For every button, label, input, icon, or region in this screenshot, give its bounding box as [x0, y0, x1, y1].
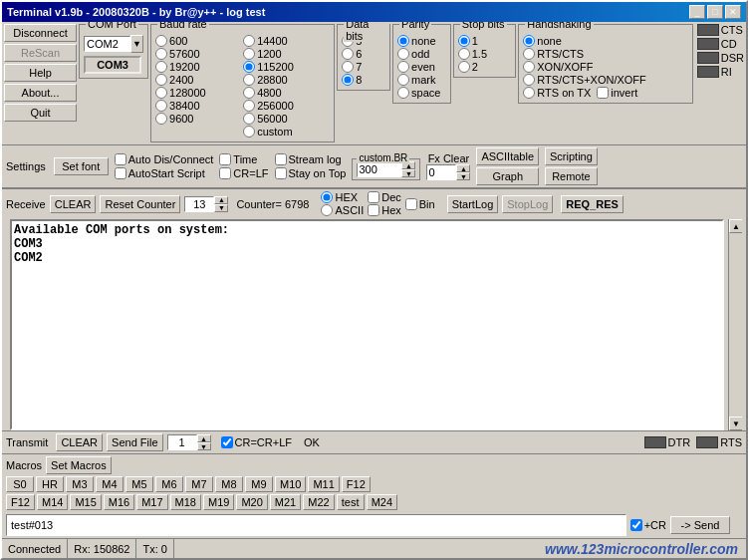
parity-even-radio[interactable] [397, 61, 409, 73]
transmit-clear-button[interactable]: CLEAR [56, 433, 103, 451]
macro-m4[interactable]: M4 [96, 476, 124, 492]
baud-600-radio[interactable] [155, 35, 167, 47]
databits-6-radio[interactable] [342, 48, 354, 60]
com-port-dropdown-btn[interactable]: ▼ [130, 35, 143, 53]
macro-m14[interactable]: M14 [37, 494, 68, 510]
scripting-button[interactable]: Scripting [545, 147, 598, 165]
hs-none-radio[interactable] [523, 35, 535, 47]
baud-14400-radio[interactable] [243, 35, 255, 47]
parity-space-radio[interactable] [397, 87, 409, 99]
cr-lf-tx-checkbox[interactable] [221, 436, 233, 448]
baud-19200-radio[interactable] [155, 61, 167, 73]
stopbits-1-radio[interactable] [458, 35, 470, 47]
baud-4800-radio[interactable] [243, 87, 255, 99]
counter-down[interactable]: ▼ [214, 204, 228, 212]
hs-rtson-radio[interactable] [523, 87, 535, 99]
macro-m16[interactable]: M16 [104, 494, 134, 510]
fx-clear-up[interactable]: ▲ [456, 164, 470, 172]
macro-m7[interactable]: M7 [185, 476, 213, 492]
reset-counter-button[interactable]: Reset Counter [100, 195, 180, 213]
macro-m20[interactable]: M20 [236, 494, 267, 510]
invert-checkbox[interactable] [597, 87, 609, 99]
databits-7-radio[interactable] [342, 61, 354, 73]
stopbits-2-radio[interactable] [458, 61, 470, 73]
macro-hr[interactable]: HR [36, 476, 64, 492]
macro-s0[interactable]: S0 [6, 476, 34, 492]
macro-m19[interactable]: M19 [203, 494, 234, 510]
macro-f12-row2[interactable]: F12 [6, 494, 35, 510]
hs-rtscts-radio[interactable] [523, 48, 535, 60]
hex-radio[interactable] [321, 191, 333, 203]
baud-28800-radio[interactable] [243, 74, 255, 86]
cr-lf-checkbox[interactable] [219, 167, 231, 179]
com-port-select[interactable]: COM2 [84, 36, 130, 52]
baud-1200-radio[interactable] [243, 48, 255, 60]
baud-38400-radio[interactable] [155, 100, 167, 112]
stay-on-top-checkbox[interactable] [275, 167, 287, 179]
hex2-checkbox[interactable] [368, 204, 379, 216]
stream-log-checkbox[interactable] [275, 153, 287, 165]
ascii-table-button[interactable]: ASCIItable [476, 147, 539, 165]
baud-57600-radio[interactable] [155, 48, 167, 60]
cr-checkbox[interactable] [630, 519, 642, 531]
macro-m11[interactable]: M11 [308, 476, 339, 492]
remote-button[interactable]: Remote [545, 167, 598, 185]
macro-m17[interactable]: M17 [136, 494, 167, 510]
close-button[interactable]: ✕ [725, 5, 741, 19]
macro-m6[interactable]: M6 [155, 476, 183, 492]
macro-m15[interactable]: M15 [70, 494, 101, 510]
macro-m9[interactable]: M9 [245, 476, 273, 492]
dec-checkbox[interactable] [368, 191, 379, 203]
custom-br-input[interactable]: 300 [357, 161, 401, 177]
transmit-up[interactable]: ▲ [197, 434, 211, 442]
scroll-up-button[interactable]: ▲ [729, 219, 742, 233]
macro-m5[interactable]: M5 [125, 476, 153, 492]
autostart-script-checkbox[interactable] [115, 167, 126, 179]
custom-br-down[interactable]: ▼ [401, 169, 415, 177]
set-macros-button[interactable]: Set Macros [46, 456, 112, 474]
baud-2400-radio[interactable] [155, 74, 167, 86]
baud-56000-radio[interactable] [243, 113, 255, 125]
hs-rtsxon-radio[interactable] [523, 74, 535, 86]
hs-xonxoff-radio[interactable] [523, 61, 535, 73]
baud-115200-radio[interactable] [243, 61, 255, 73]
stop-log-button[interactable]: StopLog [502, 195, 553, 213]
req-res-button[interactable]: REQ_RES [561, 195, 623, 213]
time-checkbox[interactable] [219, 153, 231, 165]
scroll-track[interactable] [729, 233, 742, 417]
macro-m8[interactable]: M8 [215, 476, 243, 492]
macro-test[interactable]: test [337, 494, 365, 510]
about-button[interactable]: About... [4, 84, 77, 102]
minimize-button[interactable]: _ [689, 5, 705, 19]
macro-m10[interactable]: M10 [275, 476, 306, 492]
fx-clear-down[interactable]: ▼ [456, 172, 470, 180]
parity-odd-radio[interactable] [397, 48, 409, 60]
macro-m18[interactable]: M18 [170, 494, 201, 510]
macro-m21[interactable]: M21 [270, 494, 301, 510]
baud-custom-radio[interactable] [243, 126, 255, 138]
macro-m24[interactable]: M24 [367, 494, 397, 510]
baud-256000-radio[interactable] [243, 100, 255, 112]
auto-dis-connect-checkbox[interactable] [115, 153, 126, 165]
quit-button[interactable]: Quit [4, 104, 77, 122]
graph-button[interactable]: Graph [476, 167, 539, 185]
macro-m22[interactable]: M22 [303, 494, 334, 510]
help-button[interactable]: Help [4, 64, 77, 82]
bin-checkbox[interactable] [405, 198, 417, 210]
disconnect-button[interactable]: Disconnect [4, 24, 77, 42]
parity-none-radio[interactable] [397, 35, 409, 47]
stopbits-15-radio[interactable] [458, 48, 470, 60]
macro-f12-row1[interactable]: F12 [342, 476, 371, 492]
databits-8-radio[interactable] [342, 74, 354, 86]
counter-up[interactable]: ▲ [214, 196, 228, 204]
maximize-button[interactable]: □ [707, 5, 723, 19]
ascii-radio[interactable] [321, 204, 333, 216]
parity-mark-radio[interactable] [397, 74, 409, 86]
send-button[interactable]: -> Send [670, 516, 730, 534]
fx-clear-input[interactable]: 0 [426, 164, 456, 180]
baud-128000-radio[interactable] [155, 87, 167, 99]
send-file-button[interactable]: Send File [107, 433, 162, 451]
transmit-down[interactable]: ▼ [197, 442, 211, 450]
log-scrollbar[interactable]: ▲ ▼ [728, 219, 742, 430]
start-log-button[interactable]: StartLog [447, 195, 499, 213]
